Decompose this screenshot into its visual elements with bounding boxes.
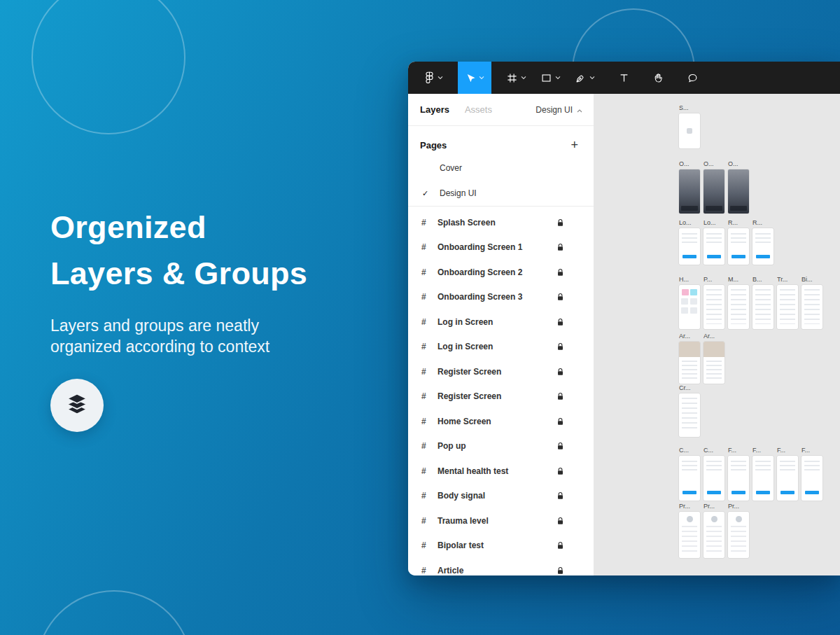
canvas-frame-thumbnail[interactable] [728, 456, 749, 501]
cursor-icon [465, 73, 475, 83]
canvas-frame-thumbnail[interactable] [704, 228, 724, 265]
canvas-frame-thumbnail[interactable] [679, 285, 700, 329]
layers-icon-badge [50, 379, 104, 432]
canvas-frame-thumbnail[interactable] [777, 456, 798, 501]
layer-item[interactable]: #Onboarding Screen 2 [408, 260, 594, 285]
tab-layers[interactable]: Layers [420, 104, 449, 115]
canvas-frame-thumbnail[interactable] [679, 113, 700, 148]
lock-icon[interactable] [556, 268, 564, 277]
layer-item[interactable]: #Trauma level [408, 508, 594, 533]
lock-icon[interactable] [556, 442, 564, 450]
canvas-frame-thumbnail[interactable] [704, 512, 724, 558]
text-icon [619, 73, 629, 83]
hero-block: Orgenized Layers & Groups Layers and gro… [50, 204, 307, 432]
pages-title: Pages [420, 140, 447, 151]
layer-item[interactable]: #Onboarding Screen 3 [408, 285, 594, 310]
layer-item[interactable]: #Article [408, 558, 594, 575]
canvas-frame-thumbnail[interactable] [728, 512, 749, 558]
layer-item[interactable]: #Log in Screen [408, 335, 594, 360]
canvas-frame-thumbnail[interactable] [728, 169, 749, 214]
frame-icon: # [421, 317, 431, 327]
lock-icon[interactable] [556, 392, 564, 400]
lock-icon[interactable] [556, 517, 564, 525]
main-menu-button[interactable] [419, 62, 449, 94]
canvas-frame-thumbnail[interactable] [752, 228, 774, 265]
canvas-frame: Ar... [679, 332, 700, 384]
layer-item[interactable]: #Bipolar test [408, 533, 594, 559]
canvas-frame: Pr... [679, 502, 700, 558]
layer-item[interactable]: #Register Screen [408, 384, 594, 410]
canvas-frame: Lo... [704, 218, 724, 265]
canvas-frame-thumbnail[interactable] [679, 393, 700, 437]
canvas-frame-thumbnail[interactable] [679, 456, 700, 501]
lock-icon[interactable] [556, 566, 564, 575]
canvas-row: C...C...F...F...F...F... [679, 446, 822, 501]
lock-icon[interactable] [556, 318, 564, 326]
figma-window: Layers Assets Design UI Pages + Cover✓De… [408, 62, 840, 575]
lock-icon[interactable] [556, 368, 564, 376]
lock-icon[interactable] [556, 467, 564, 475]
canvas-frame: F... [752, 446, 774, 501]
hand-tool[interactable] [647, 62, 670, 94]
canvas-frame-thumbnail[interactable] [752, 285, 774, 329]
page-label: Cover [440, 163, 462, 173]
lock-icon[interactable] [556, 417, 564, 426]
canvas-frame-thumbnail[interactable] [704, 169, 724, 214]
page-item[interactable]: Cover [408, 155, 594, 181]
frame-icon: # [421, 342, 431, 351]
lock-icon[interactable] [556, 491, 564, 500]
canvas-frame-thumbnail[interactable] [679, 169, 700, 214]
pen-tool[interactable] [569, 62, 601, 94]
page-item[interactable]: ✓Design UI [408, 181, 594, 206]
canvas[interactable]: S...O...O...O...Lo...Lo...R...R...H...P.… [594, 94, 840, 575]
layer-label: Body signal [438, 491, 485, 501]
shape-tool[interactable] [535, 62, 567, 94]
canvas-frame-thumbnail[interactable] [728, 285, 749, 329]
frame-icon: # [421, 566, 431, 575]
canvas-frame: C... [679, 446, 700, 501]
canvas-frame-thumbnail[interactable] [704, 285, 724, 329]
frame-title: Pr... [679, 502, 700, 510]
layer-item[interactable]: #Home Screen [408, 409, 594, 434]
canvas-frame-thumbnail[interactable] [679, 228, 700, 265]
tab-assets[interactable]: Assets [465, 104, 492, 115]
canvas-frame-thumbnail[interactable] [802, 456, 822, 501]
frame-title: Ar... [679, 332, 700, 340]
layer-label: Pop up [438, 441, 466, 451]
lock-icon[interactable] [556, 218, 564, 227]
frame-tool[interactable] [500, 62, 533, 94]
canvas-frame: Cr... [679, 384, 700, 437]
layer-item[interactable]: #Body signal [408, 484, 594, 509]
layer-item[interactable]: #Onboarding Screen 1 [408, 235, 594, 260]
add-page-button[interactable]: + [570, 139, 578, 151]
lock-icon[interactable] [556, 342, 564, 351]
page-selector-dropdown[interactable]: Design UI [536, 105, 582, 115]
layer-item[interactable]: #Log in Screen [408, 309, 594, 335]
canvas-frame-thumbnail[interactable] [679, 512, 700, 558]
lock-icon[interactable] [556, 293, 564, 301]
layer-item[interactable]: #Register Screen [408, 359, 594, 384]
layer-item[interactable]: #Splash Screen [408, 210, 594, 235]
lock-icon[interactable] [556, 243, 564, 251]
frame-icon: # [421, 267, 431, 277]
frame-title: S... [679, 104, 700, 112]
layer-item[interactable]: #Mental health test [408, 459, 594, 484]
canvas-frame-thumbnail[interactable] [752, 456, 774, 501]
move-tool[interactable] [458, 62, 491, 94]
checkmark-icon: ✓ [422, 189, 440, 198]
lock-icon[interactable] [556, 541, 564, 550]
left-panel: Layers Assets Design UI Pages + Cover✓De… [408, 94, 594, 575]
frame-icon: # [421, 292, 431, 302]
canvas-frame-thumbnail[interactable] [704, 456, 724, 501]
layer-item[interactable]: #Pop up [408, 434, 594, 459]
canvas-frame-thumbnail[interactable] [679, 342, 700, 384]
comment-tool[interactable] [681, 62, 704, 94]
layer-label: Register Screen [438, 367, 501, 377]
canvas-frame-thumbnail[interactable] [728, 228, 749, 265]
canvas-frame-thumbnail[interactable] [777, 285, 798, 329]
canvas-frame-thumbnail[interactable] [704, 342, 724, 384]
canvas-frame-thumbnail[interactable] [802, 285, 822, 329]
frame-title: B... [752, 275, 774, 284]
text-tool[interactable] [612, 62, 636, 94]
frame-icon: # [421, 441, 431, 451]
